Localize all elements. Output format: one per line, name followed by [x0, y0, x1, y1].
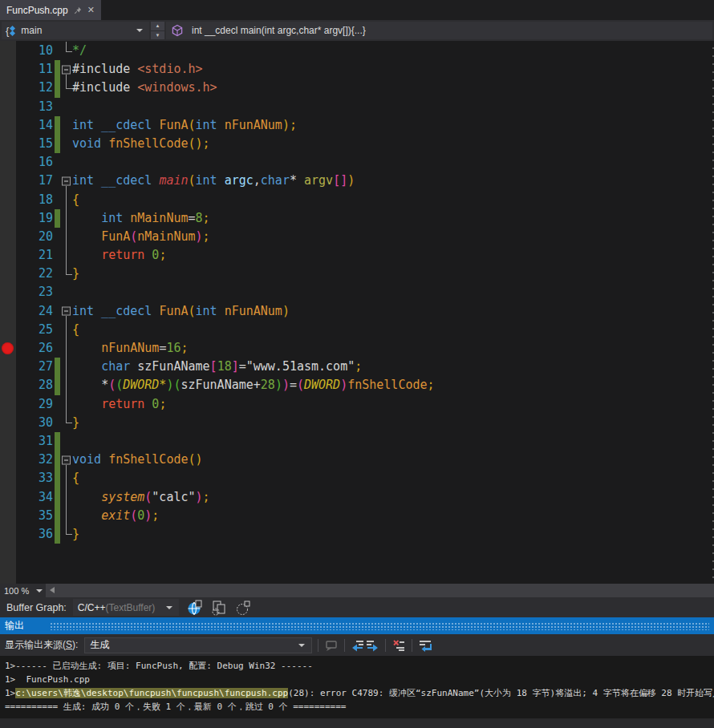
line-number[interactable]: 27 [16, 358, 53, 376]
breakpoint-margin[interactable] [0, 116, 16, 135]
line-number[interactable]: 14 [16, 116, 53, 135]
code-line[interactable]: 12#include <windows.h> [0, 79, 704, 97]
breakpoint-margin[interactable] [0, 339, 16, 358]
breakpoint-margin[interactable] [0, 191, 16, 209]
buffer-globe-icon[interactable] [187, 600, 203, 616]
output-console[interactable]: 1>------ 已启动生成: 项目: FuncPush, 配置: Debug … [0, 656, 714, 718]
line-number[interactable]: 17 [16, 172, 53, 190]
line-number[interactable]: 10 [16, 42, 53, 60]
buffer-graph-dropdown[interactable]: C/C++ (TextBuffer) [73, 599, 179, 616]
breakpoint-margin[interactable] [0, 153, 16, 172]
breakpoint-margin[interactable] [0, 265, 16, 283]
scroll-up-button[interactable]: ▲ [151, 22, 164, 30]
breakpoint-margin[interactable] [0, 451, 16, 469]
line-number[interactable]: 29 [16, 395, 53, 414]
code-line[interactable]: 29 return 0; [0, 395, 704, 414]
breakpoint-margin[interactable] [0, 507, 16, 525]
code-line[interactable]: 15void fnShellCode(); [0, 135, 704, 153]
breakpoint-margin[interactable] [0, 414, 16, 432]
breakpoint-margin[interactable] [0, 469, 16, 487]
line-number[interactable]: 11 [16, 60, 53, 79]
line-number[interactable]: 15 [16, 135, 53, 153]
code-line[interactable]: 13 [0, 98, 704, 116]
breakpoint-margin[interactable] [0, 432, 16, 451]
zoom-dropdown[interactable]: 100 % [0, 584, 46, 597]
next-message-button[interactable] [365, 638, 379, 653]
scroll-down-button[interactable]: ▼ [151, 31, 164, 40]
code-line[interactable]: 16 [0, 153, 704, 172]
member-dropdown[interactable]: int __cdecl main(int argc,char* argv[]){… [166, 22, 712, 39]
code-line[interactable]: 33{ [0, 469, 704, 487]
code-line[interactable]: 19 int nMainNum=8; [0, 209, 704, 228]
code-editor[interactable]: 10*/11#include <stdio.h>12#include <wind… [0, 41, 714, 584]
breakpoint-margin[interactable] [0, 488, 16, 507]
line-number[interactable]: 12 [16, 79, 53, 97]
fold-toggle-icon[interactable] [62, 65, 71, 74]
prev-message-button[interactable] [351, 638, 365, 653]
code-line[interactable]: 28 *((DWORD*)(szFunAName+28))=(DWORD)fnS… [0, 376, 704, 394]
fold-toggle-icon[interactable] [62, 455, 71, 464]
code-line[interactable]: 30} [0, 414, 704, 432]
fold-toggle-icon[interactable] [62, 307, 71, 316]
line-number[interactable]: 32 [16, 451, 53, 469]
breakpoint-margin[interactable] [0, 209, 16, 228]
breakpoint-margin[interactable] [0, 376, 16, 394]
buffer-pages-icon[interactable] [211, 600, 227, 616]
scope-dropdown[interactable]: { main [2, 22, 149, 39]
output-source-dropdown[interactable]: 生成 [84, 637, 312, 653]
line-number[interactable]: 28 [16, 376, 53, 394]
tab-funcpush[interactable]: FuncPush.cpp ✕ [0, 0, 101, 20]
breakpoint-margin[interactable] [0, 172, 16, 190]
code-line[interactable]: 26 nFunANum=16; [0, 339, 704, 358]
breakpoint-margin[interactable] [0, 283, 16, 301]
line-number[interactable]: 35 [16, 507, 53, 525]
breakpoint-margin[interactable] [0, 358, 16, 376]
code-line[interactable]: 31 [0, 432, 704, 451]
code-line[interactable]: 24int __cdecl FunA(int nFunANum) [0, 302, 704, 321]
breakpoint-margin[interactable] [0, 228, 16, 246]
clear-all-button[interactable] [391, 638, 406, 653]
code-line[interactable]: 23 [0, 283, 704, 301]
code-line[interactable]: 22} [0, 265, 704, 283]
scroll-left-icon[interactable] [50, 587, 55, 593]
line-number[interactable]: 21 [16, 246, 53, 265]
line-number[interactable]: 34 [16, 488, 53, 507]
code-line[interactable]: 20 FunA(nMainNum); [0, 228, 704, 246]
line-number[interactable]: 33 [16, 469, 53, 487]
code-line[interactable]: 35 exit(0); [0, 507, 704, 525]
code-line[interactable]: 27 char szFunAName[18]="www.51asm.com"; [0, 358, 704, 376]
code-line[interactable]: 34 system("calc"); [0, 488, 704, 507]
code-line[interactable]: 14int __cdecl FunA(int nFunANum); [0, 116, 704, 135]
breakpoint-margin[interactable] [0, 395, 16, 414]
line-number[interactable]: 19 [16, 209, 53, 228]
line-number[interactable]: 36 [16, 525, 53, 544]
code-line[interactable]: 21 return 0; [0, 246, 704, 265]
line-number[interactable]: 13 [16, 98, 53, 116]
line-number[interactable]: 23 [16, 283, 53, 301]
line-number[interactable]: 20 [16, 228, 53, 246]
breakpoint-margin[interactable] [0, 98, 16, 116]
breakpoint-margin[interactable] [0, 246, 16, 265]
close-icon[interactable]: ✕ [87, 6, 95, 14]
line-number[interactable]: 25 [16, 321, 53, 339]
error-file-path[interactable]: c:\users\韩逸\desktop\funcpush\funcpush\fu… [15, 688, 288, 698]
line-number[interactable]: 31 [16, 432, 53, 451]
code-line[interactable]: 18{ [0, 191, 704, 209]
code-line[interactable]: 36} [0, 525, 704, 544]
line-number[interactable]: 24 [16, 302, 53, 321]
word-wrap-button[interactable] [418, 638, 432, 653]
output-panel-header[interactable]: 输出 [0, 617, 714, 634]
line-number[interactable]: 22 [16, 265, 53, 283]
code-line[interactable]: 17int __cdecl main(int argc,char* argv[]… [0, 172, 704, 190]
output-hscrollbar[interactable] [0, 718, 714, 728]
breakpoint-margin[interactable] [0, 42, 16, 60]
line-number[interactable]: 26 [16, 339, 53, 358]
breakpoint-margin[interactable] [0, 135, 16, 153]
buffer-circle-icon[interactable] [235, 600, 251, 616]
breakpoint-margin[interactable] [0, 79, 16, 97]
breakpoint-margin[interactable] [0, 321, 16, 339]
breakpoint-icon[interactable] [2, 342, 14, 354]
code-line[interactable]: 11#include <stdio.h> [0, 60, 704, 79]
code-line[interactable]: 25{ [0, 321, 704, 339]
vertical-scrollbar[interactable] [704, 41, 714, 584]
